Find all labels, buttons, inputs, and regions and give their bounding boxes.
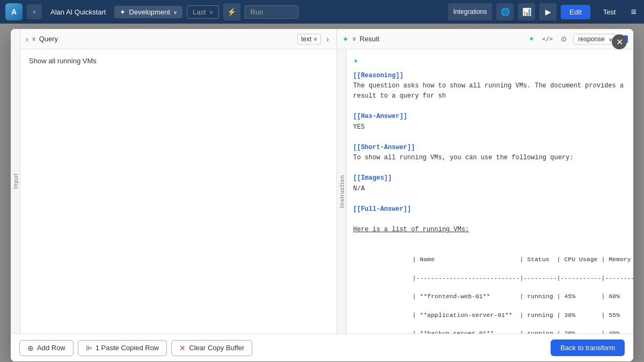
close-icon: ✕ [616,37,623,47]
query-panel-title: Query [39,35,58,43]
nav-env-selector[interactable]: Last ∨ [187,5,219,19]
modal-dialog: ✕ Input › ∨ Query text [11,29,633,361]
nav-menu-button[interactable]: ≡ [628,4,639,20]
input-label: Input [12,173,19,189]
table-header: | Name | Status | CPU Usage | Memory Usa… [412,256,633,263]
nav-bar: A ‹ Alan AI Quickstart ✦ Development ∨ L… [0,0,644,24]
modal-footer: ⊕ Add Row ⊫ 1 Paste Copied Row ✕ Clear C… [11,334,633,361]
env-chevron-icon: ∨ [209,9,213,15]
nav-project-name: Alan AI Quickstart [46,6,110,18]
query-type-chevron-icon: ∨ [313,36,317,42]
integrations-label: Integrations [453,8,487,16]
branch-name: Development [129,8,170,16]
response-value: response [578,35,604,43]
table-row-3: | **backup-server-01** | running | 20% |… [412,330,633,334]
left-expand-arrow[interactable]: › [26,35,28,43]
query-type-value: text [301,35,311,43]
nav-chart-button[interactable]: 📊 [518,3,535,20]
nav-test-button[interactable]: Test [595,5,625,19]
query-panel-content: Show all running VMs [20,49,336,334]
nav-logo: A [5,3,23,20]
result-panel-title: Result [360,35,379,43]
back-to-transform-button[interactable]: Back to transform [551,339,625,356]
clear-copy-buffer-button[interactable]: ✕ Clear Copy Buffer [171,340,252,356]
table-intro: Here is a list of running VMs: [353,226,469,233]
images-tag: [[Images]] [353,174,392,182]
nav-run-icon-button[interactable]: ⚡ [223,3,240,20]
instruction-sidebar: Instruction [337,49,347,334]
reasoning-text: The question asks how to show all runnin… [353,82,624,100]
result-content-area[interactable]: ✦ [[Reasoning]] The question asks how to… [347,49,633,334]
nav-branch-selector[interactable]: ✦ Development ∨ [114,6,182,18]
modal-overlay: ✕ Input › ∨ Query text [0,24,644,362]
table-separator: |----------------------------|---------|… [412,275,633,282]
images-value: N/A [353,185,365,193]
globe-icon: 🌐 [501,8,510,16]
query-panel: › ∨ Query text ∨ › Show all running VMs [20,29,337,334]
table-row-1: | **frontend-web-01** | running | 45% | … [412,293,633,300]
modal-body: Input › ∨ Query text ∨ › [11,29,633,334]
query-nav-button[interactable]: › [324,34,331,45]
has-answer-tag: [[Has-Answer]] [353,113,407,120]
short-answer-tag: [[Short-Answer]] [353,144,415,151]
nav-globe-button[interactable]: 🌐 [496,3,514,20]
nav-integrations-button[interactable]: Integrations [448,3,493,20]
result-view-button[interactable]: ⊙ [557,33,570,46]
result-content-plus-icon: ✦ [353,55,627,69]
result-panel-header: ✦ ∨ Result ✦ </> ⊙ response ∨ [337,29,633,49]
run-icon: ⚡ [227,8,236,16]
clear-icon: ✕ [179,344,186,352]
paste-icon: ⊫ [86,344,92,352]
table-row-2: | **application-server-01** | running | … [412,312,633,319]
query-panel-header: › ∨ Query text ∨ › [20,29,336,49]
result-expand-icon[interactable]: ✦ [342,35,349,43]
result-code-button[interactable]: </> [541,33,554,46]
add-row-icon: ⊕ [27,344,34,352]
main-content: ✕ Input › ∨ Query text [0,24,644,362]
add-row-button[interactable]: ⊕ Add Row [19,340,74,356]
instruction-label: Instruction [339,175,345,208]
play-icon: ▶ [545,8,551,16]
add-row-label: Add Row [37,344,65,352]
env-name: Last [193,8,206,16]
branch-chevron-icon: ∨ [173,9,177,15]
paste-label: 1 Paste Copied Row [96,344,159,352]
footer-left-actions: ⊕ Add Row ⊫ 1 Paste Copied Row ✕ Clear C… [19,340,252,356]
nav-run-input[interactable]: Run [245,5,298,19]
query-toggle-arrow[interactable]: ∨ [32,35,36,42]
nav-play-button[interactable]: ▶ [539,3,557,20]
paste-copied-row-button[interactable]: ⊫ 1 Paste Copied Row [78,340,167,356]
result-panel: ✦ ∨ Result ✦ </> ⊙ response ∨ [337,29,633,334]
nav-back-button[interactable]: ‹ [27,4,42,19]
clear-label: Clear Copy Buffer [189,344,244,352]
modal-close-button[interactable]: ✕ [612,34,627,49]
result-toggle-arrow[interactable]: ∨ [352,35,356,42]
vm-table: | Name | Status | CPU Usage | Memory Usa… [353,246,627,334]
branch-icon: ✦ [120,8,126,16]
chart-icon: 📊 [522,8,531,16]
nav-edit-button[interactable]: Edit [561,5,590,19]
query-text: Show all running VMs [29,56,328,67]
query-type-selector[interactable]: text ∨ [297,34,321,45]
input-sidebar: Input [11,29,20,334]
result-add-button[interactable]: ✦ [525,33,538,46]
reasoning-tag: [[Reasoning]] [353,72,404,79]
full-answer-tag: [[Full-Answer]] [353,205,411,213]
has-answer-value: YES [353,123,365,131]
short-answer-text: To show all running VMs, you can use the… [353,154,573,161]
result-response-selector[interactable]: response ∨ [573,34,617,45]
